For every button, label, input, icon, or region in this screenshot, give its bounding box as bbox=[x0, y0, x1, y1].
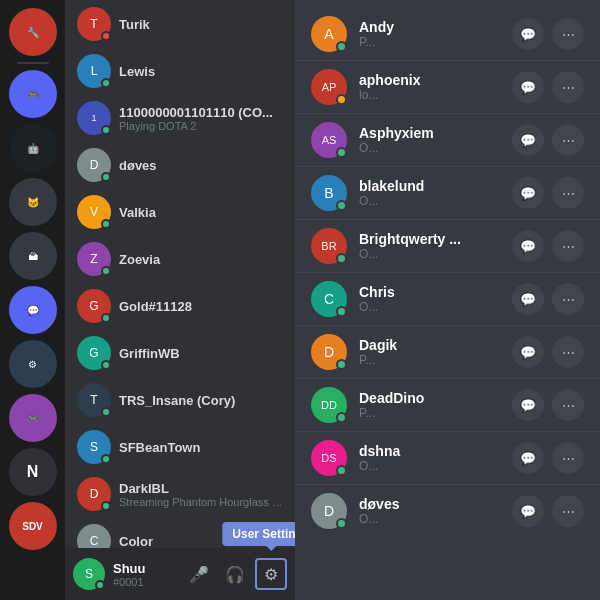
friend-info-lewis: Lewis bbox=[119, 64, 283, 79]
friend-name-griffin: GriffinWB bbox=[119, 346, 283, 361]
right-actions-chris: 💬 ⋯ bbox=[512, 283, 584, 315]
right-friend-item-chris[interactable]: C Chris O... 💬 ⋯ bbox=[295, 272, 600, 325]
more-button-aphoenix[interactable]: ⋯ bbox=[552, 71, 584, 103]
server-icon-4[interactable]: 🏔 bbox=[9, 232, 57, 280]
message-button-blakelund[interactable]: 💬 bbox=[512, 177, 544, 209]
more-button-chris[interactable]: ⋯ bbox=[552, 283, 584, 315]
user-avatar-wrap: S bbox=[73, 558, 105, 590]
friend-item-doves[interactable]: D døves bbox=[69, 142, 291, 188]
message-button-brightqwerty[interactable]: 💬 bbox=[512, 230, 544, 262]
friend-status-dot-zoevia bbox=[101, 266, 111, 276]
more-button-dshna[interactable]: ⋯ bbox=[552, 442, 584, 474]
right-status-asphyxiem bbox=[336, 147, 347, 158]
friend-item-sf[interactable]: S SFBeanTown bbox=[69, 424, 291, 470]
friend-status-dot-griffin bbox=[101, 360, 111, 370]
right-status-chris bbox=[336, 306, 347, 317]
right-friend-status-chris: O... bbox=[359, 300, 512, 314]
friend-status-dot-gold bbox=[101, 313, 111, 323]
right-friend-name-doves2: døves bbox=[359, 496, 512, 512]
friend-item-lewis[interactable]: L Lewis bbox=[69, 48, 291, 94]
right-friend-item-aphoenix[interactable]: AP aphoenix lo... 💬 ⋯ bbox=[295, 60, 600, 113]
more-button-deaddino[interactable]: ⋯ bbox=[552, 389, 584, 421]
server-icon-0[interactable]: 🔧 bbox=[9, 8, 57, 56]
server-icon-7[interactable]: 🎮 bbox=[9, 394, 57, 442]
friend-item-trs[interactable]: T TRS_Insane (Cory) bbox=[69, 377, 291, 423]
mute-microphone-button[interactable]: 🎤 bbox=[183, 558, 215, 590]
friend-item-dark[interactable]: D DarkIBL Streaming Phantom Hourglass w.… bbox=[69, 471, 291, 517]
message-button-doves2[interactable]: 💬 bbox=[512, 495, 544, 527]
friend-name-sf: SFBeanTown bbox=[119, 440, 283, 455]
user-panel: S Shuu #0001 🎤 🎧 ⚙ User Settings bbox=[65, 548, 295, 600]
server-icon-2[interactable]: 🤖 bbox=[9, 124, 57, 172]
user-status-dot bbox=[95, 580, 105, 590]
message-button-asphyxiem[interactable]: 💬 bbox=[512, 124, 544, 156]
server-icon-6[interactable]: ⚙ bbox=[9, 340, 57, 388]
right-friend-info-chris: Chris O... bbox=[359, 284, 512, 314]
server-icon-5[interactable]: 💬 bbox=[9, 286, 57, 334]
friend-info-turik: Turik bbox=[119, 17, 283, 32]
right-friend-item-doves2[interactable]: D døves O... 💬 ⋯ bbox=[295, 484, 600, 537]
friend-item-1100[interactable]: 1 1100000001101110 (CO... Playing DOTA 2 bbox=[69, 95, 291, 141]
server-icon-8[interactable]: N bbox=[9, 448, 57, 496]
right-friend-item-brightqwerty[interactable]: BR Brightqwerty ... O... 💬 ⋯ bbox=[295, 219, 600, 272]
friend-avatar-wrap-lewis: L bbox=[77, 54, 111, 88]
deafen-button[interactable]: 🎧 bbox=[219, 558, 251, 590]
friend-item-gold[interactable]: G Gold#11128 bbox=[69, 283, 291, 329]
message-button-aphoenix[interactable]: 💬 bbox=[512, 71, 544, 103]
friend-item-valkia[interactable]: V Valkia bbox=[69, 189, 291, 235]
right-friend-item-blakelund[interactable]: B blakelund O... 💬 ⋯ bbox=[295, 166, 600, 219]
right-friend-name-chris: Chris bbox=[359, 284, 512, 300]
friend-status-dot-lewis bbox=[101, 78, 111, 88]
friends-right-list: A Andy P... 💬 ⋯ AP aphoenix lo... 💬 bbox=[295, 0, 600, 600]
message-button-andy[interactable]: 💬 bbox=[512, 18, 544, 50]
right-friend-item-andy[interactable]: A Andy P... 💬 ⋯ bbox=[295, 8, 600, 60]
more-button-doves2[interactable]: ⋯ bbox=[552, 495, 584, 527]
right-friend-name-deaddino: DeadDino bbox=[359, 390, 512, 406]
right-avatar-wrap-dagik: D bbox=[311, 334, 347, 370]
right-friend-item-deaddino[interactable]: DD DeadDino P... 💬 ⋯ bbox=[295, 378, 600, 431]
friend-sub-1100: Playing DOTA 2 bbox=[119, 120, 283, 132]
friend-info-trs: TRS_Insane (Cory) bbox=[119, 393, 283, 408]
friend-name-1100: 1100000001101110 (CO... bbox=[119, 105, 283, 120]
right-status-brightqwerty bbox=[336, 253, 347, 264]
right-friend-status-blakelund: O... bbox=[359, 194, 512, 208]
message-button-chris[interactable]: 💬 bbox=[512, 283, 544, 315]
server-icon-9[interactable]: SDV bbox=[9, 502, 57, 550]
friend-item-zoevia[interactable]: Z Zoevia bbox=[69, 236, 291, 282]
right-avatar-wrap-chris: C bbox=[311, 281, 347, 317]
right-friend-item-dagik[interactable]: D Dagik P... 💬 ⋯ bbox=[295, 325, 600, 378]
more-button-dagik[interactable]: ⋯ bbox=[552, 336, 584, 368]
server-icon-1[interactable]: 🎮 bbox=[9, 70, 57, 118]
friend-status-dot-turik bbox=[101, 31, 111, 41]
message-button-deaddino[interactable]: 💬 bbox=[512, 389, 544, 421]
more-button-brightqwerty[interactable]: ⋯ bbox=[552, 230, 584, 262]
right-friend-item-dshna[interactable]: DS dshna O... 💬 ⋯ bbox=[295, 431, 600, 484]
friend-name-doves: døves bbox=[119, 158, 283, 173]
server-icon-3[interactable]: 🐱 bbox=[9, 178, 57, 226]
more-button-andy[interactable]: ⋯ bbox=[552, 18, 584, 50]
right-friend-item-asphyxiem[interactable]: AS Asphyxiem O... 💬 ⋯ bbox=[295, 113, 600, 166]
friend-status-dot-dark bbox=[101, 501, 111, 511]
right-actions-blakelund: 💬 ⋯ bbox=[512, 177, 584, 209]
friend-sub-dark: Streaming Phantom Hourglass w... bbox=[119, 496, 283, 508]
right-actions-doves2: 💬 ⋯ bbox=[512, 495, 584, 527]
friend-item-color[interactable]: C Color bbox=[69, 518, 291, 548]
friend-avatar-wrap-gold: G bbox=[77, 289, 111, 323]
friend-name-gold: Gold#11128 bbox=[119, 299, 283, 314]
right-avatar-wrap-dshna: DS bbox=[311, 440, 347, 476]
friend-item-griffin[interactable]: G GriffinWB bbox=[69, 330, 291, 376]
right-friend-name-aphoenix: aphoenix bbox=[359, 72, 512, 88]
right-friend-info-dagik: Dagik P... bbox=[359, 337, 512, 367]
user-settings-button[interactable]: ⚙ User Settings bbox=[255, 558, 287, 590]
right-friend-info-asphyxiem: Asphyxiem O... bbox=[359, 125, 512, 155]
more-button-asphyxiem[interactable]: ⋯ bbox=[552, 124, 584, 156]
friend-avatar-wrap-1100: 1 bbox=[77, 101, 111, 135]
more-button-blakelund[interactable]: ⋯ bbox=[552, 177, 584, 209]
message-button-dagik[interactable]: 💬 bbox=[512, 336, 544, 368]
friend-item-turik[interactable]: T Turik bbox=[69, 1, 291, 47]
friend-avatar-color: C bbox=[77, 524, 111, 548]
right-status-blakelund bbox=[336, 200, 347, 211]
right-friend-info-dshna: dshna O... bbox=[359, 443, 512, 473]
message-button-dshna[interactable]: 💬 bbox=[512, 442, 544, 474]
friend-name-trs: TRS_Insane (Cory) bbox=[119, 393, 283, 408]
